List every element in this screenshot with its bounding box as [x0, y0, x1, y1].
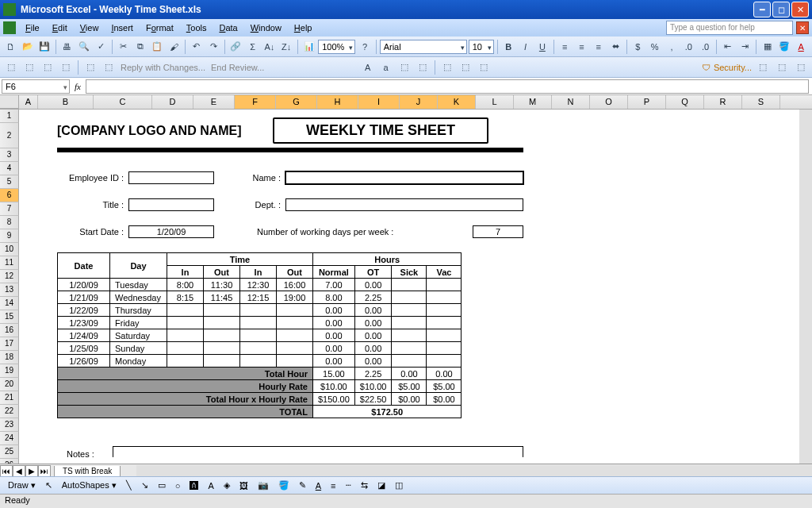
row-header-6[interactable]: 6 [0, 189, 19, 202]
sum-icon[interactable]: Σ [245, 39, 260, 55]
open-icon[interactable]: 📂 [20, 39, 35, 55]
col-header-D[interactable]: D [152, 95, 193, 109]
cell-out1[interactable]: 11:30 [204, 279, 240, 291]
cell-in2[interactable] [240, 317, 277, 329]
currency-icon[interactable]: $ [630, 39, 645, 55]
row-header-8[interactable]: 8 [0, 216, 19, 229]
row-header-4[interactable]: 4 [0, 162, 19, 175]
tb2-3[interactable]: ⬚ [40, 60, 56, 75]
tb2-5[interactable]: ⬚ [82, 60, 98, 75]
zoom-dropdown[interactable]: 100% [318, 40, 355, 54]
row-header-3[interactable]: 3 [0, 148, 19, 162]
cell-date[interactable]: 1/23/09 [58, 317, 110, 329]
table-row[interactable]: 1/24/09Saturday0.000.00 [58, 329, 462, 342]
doc-close-button[interactable]: ✕ [796, 21, 809, 34]
new-icon[interactable]: 🗋 [3, 39, 18, 55]
col-header-G[interactable]: G [276, 95, 317, 109]
tb2-b[interactable]: a [378, 60, 394, 75]
row-header-15[interactable]: 15 [0, 310, 19, 324]
line-icon[interactable]: ╲ [123, 479, 135, 491]
select-all-corner[interactable] [0, 95, 19, 109]
fx-icon[interactable]: fx [70, 82, 86, 91]
sheet-canvas[interactable]: [COMPANY LOGO AND NAME] WEEKLY TIME SHEE… [19, 110, 812, 492]
underline-icon[interactable]: U [534, 39, 550, 55]
cell-out2[interactable] [277, 329, 313, 342]
cell-out2[interactable]: 16:00 [277, 279, 313, 291]
cell-vac[interactable] [427, 317, 462, 329]
tb2-g[interactable]: ⬚ [476, 60, 492, 75]
row-header-24[interactable]: 24 [0, 432, 19, 445]
cell-day[interactable]: Wednesday [110, 291, 167, 304]
close-button[interactable]: ✕ [791, 2, 809, 17]
col-header-O[interactable]: O [590, 95, 628, 109]
col-header-C[interactable]: C [94, 95, 152, 109]
cell-sick[interactable] [392, 355, 427, 368]
dept-field[interactable] [285, 198, 523, 211]
cell-vac[interactable] [427, 291, 462, 304]
cell-in1[interactable] [167, 342, 204, 355]
tb2-f[interactable]: ⬚ [458, 60, 473, 75]
formula-bar[interactable] [86, 79, 809, 94]
row-header-17[interactable]: 17 [0, 337, 19, 351]
cell-date[interactable]: 1/26/09 [58, 355, 110, 368]
print-icon[interactable]: 🖶 [59, 39, 75, 55]
cell-day[interactable]: Thursday [110, 304, 167, 317]
security-icon[interactable]: 🛡 [702, 63, 710, 72]
font-dropdown[interactable]: Arial [380, 40, 467, 54]
cell-in2[interactable]: 12:15 [240, 291, 277, 304]
pic-icon[interactable]: 📷 [255, 479, 272, 491]
table-row[interactable]: 1/21/09Wednesday8:1511:4512:1519:008.002… [58, 291, 462, 304]
row-header-1[interactable]: 1 [0, 110, 19, 123]
cell-in1[interactable]: 8:15 [167, 291, 204, 304]
menu-window[interactable]: Window [244, 21, 288, 34]
col-header-L[interactable]: L [476, 95, 514, 109]
row-header-5[interactable]: 5 [0, 175, 19, 189]
comma-icon[interactable]: , [664, 39, 679, 55]
cell-out1[interactable] [204, 355, 240, 368]
row-header-21[interactable]: 21 [0, 391, 19, 405]
fontsize-dropdown[interactable]: 10 [469, 40, 494, 54]
col-header-H[interactable]: H [317, 95, 358, 109]
cell-out2[interactable] [277, 317, 313, 329]
clipart-icon[interactable]: 🖼 [236, 480, 251, 491]
row-header-16[interactable]: 16 [0, 324, 19, 337]
bold-icon[interactable]: B [501, 39, 516, 55]
menu-view[interactable]: View [74, 21, 105, 34]
format-painter-icon[interactable]: 🖌 [167, 39, 182, 55]
wordart-icon[interactable]: A [205, 480, 216, 491]
row-header-10[interactable]: 10 [0, 243, 19, 256]
row-header-25[interactable]: 25 [0, 445, 19, 459]
menu-data[interactable]: Data [213, 21, 243, 34]
cell-ot[interactable]: 0.00 [354, 355, 392, 368]
link-icon[interactable]: 🔗 [228, 39, 243, 55]
cell-day[interactable]: Sunday [110, 342, 167, 355]
col-header-F[interactable]: F [235, 95, 276, 109]
row-header-14[interactable]: 14 [0, 297, 19, 310]
cell-ot[interactable]: 0.00 [354, 317, 392, 329]
cell-day[interactable]: Tuesday [110, 279, 167, 291]
row-header-19[interactable]: 19 [0, 364, 19, 378]
copy-icon[interactable]: ⧉ [132, 39, 147, 55]
cell-in2[interactable] [240, 355, 277, 368]
row-header-20[interactable]: 20 [0, 378, 19, 391]
cell-ot[interactable]: 2.25 [354, 291, 392, 304]
inc-indent-icon[interactable]: ⇥ [737, 39, 753, 55]
menu-help[interactable]: Help [288, 21, 319, 34]
cell-sick[interactable] [392, 279, 427, 291]
font-color-icon[interactable]: A [793, 39, 808, 55]
autoshapes-menu[interactable]: AutoShapes ▾ [59, 479, 120, 491]
minimize-button[interactable]: ━ [753, 2, 771, 17]
cell-normal[interactable]: 7.00 [313, 279, 355, 291]
security-label[interactable]: Security... [714, 63, 752, 72]
menu-file[interactable]: File [19, 21, 46, 34]
cell-out2[interactable] [277, 304, 313, 317]
cell-sick[interactable] [392, 317, 427, 329]
cell-normal[interactable]: 0.00 [313, 342, 355, 355]
col-header-A[interactable]: A [19, 95, 38, 109]
cell-out1[interactable] [204, 317, 240, 329]
cell-ot[interactable]: 0.00 [354, 279, 392, 291]
arrow-icon[interactable]: ↘ [138, 479, 151, 491]
security-b2[interactable]: ⬚ [774, 60, 790, 75]
align-left-icon[interactable]: ≡ [557, 39, 573, 55]
cell-sick[interactable] [392, 304, 427, 317]
